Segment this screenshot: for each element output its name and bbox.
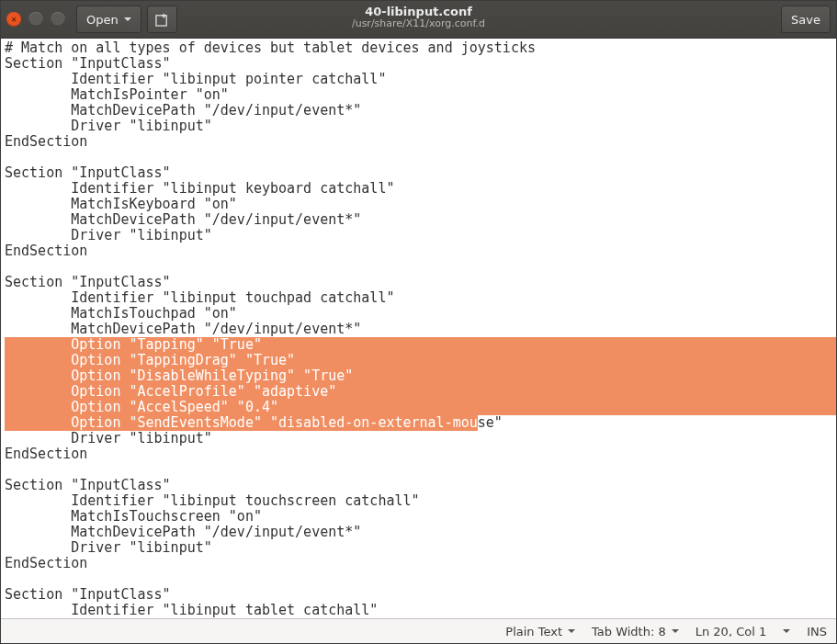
editor-line: Section "InputClass" — [5, 587, 836, 603]
editor-line: Section "InputClass" — [5, 275, 836, 290]
editor-line — [5, 150, 836, 165]
editor-line: Driver "libinput" — [5, 228, 836, 243]
editor-line: EndSection — [5, 134, 836, 150]
editor-line: MatchDevicePath "/dev/input/event*" — [5, 322, 836, 337]
editor-line: Section "InputClass" — [5, 478, 836, 493]
editor-line: EndSection — [5, 446, 836, 462]
editor-line: Identifier "libinput tablet catchall" — [5, 603, 836, 618]
language-label: Plain Text — [505, 625, 562, 638]
editor-line: MatchDevicePath "/dev/input/event*" — [5, 212, 836, 228]
editor-line: Option "Tapping" "True" — [5, 337, 836, 353]
chevron-down-icon — [124, 17, 131, 21]
editor-line: Identifier "libinput keyboard catchall" — [5, 181, 836, 197]
maximize-icon[interactable] — [51, 12, 65, 27]
window-controls — [6, 12, 65, 27]
editor-line: Driver "libinput" — [5, 119, 836, 134]
editor-line: MatchIsTouchpad "on" — [5, 306, 836, 322]
insert-mode-label: INS — [807, 625, 827, 638]
editor-line — [5, 462, 836, 478]
editor-line: MatchDevicePath "/dev/input/event*" — [5, 525, 836, 540]
editor-line — [5, 571, 836, 587]
line-menu[interactable] — [783, 629, 790, 633]
chevron-down-icon — [672, 629, 679, 633]
editor-line: EndSection — [5, 243, 836, 259]
tab-width-selector[interactable]: Tab Width: 8 — [592, 625, 679, 638]
editor-line: Driver "libinput" — [5, 431, 836, 446]
new-tab-button[interactable] — [147, 6, 177, 33]
text-editor[interactable]: # Match on all types of devices but tabl… — [1, 39, 836, 618]
editor-line: MatchDevicePath "/dev/input/event*" — [5, 103, 836, 119]
cursor-position-label: Ln 20, Col 1 — [696, 625, 766, 638]
language-selector[interactable]: Plain Text — [505, 625, 575, 638]
open-button[interactable]: Open — [76, 6, 141, 33]
editor-line: EndSection — [5, 556, 836, 571]
tab-width-label: Tab Width: 8 — [592, 625, 666, 638]
minimize-icon[interactable] — [28, 12, 43, 27]
editor-line: Identifier "libinput pointer catchall" — [5, 72, 836, 87]
cursor-position: Ln 20, Col 1 — [696, 625, 766, 638]
open-button-label: Open — [86, 13, 119, 27]
new-tab-icon — [155, 13, 169, 27]
statusbar: Plain Text Tab Width: 8 Ln 20, Col 1 INS — [1, 618, 836, 643]
chevron-down-icon — [568, 629, 575, 633]
editor-line: Identifier "libinput touchpad catchall" — [5, 290, 836, 306]
editor-line: Section "InputClass" — [5, 56, 836, 72]
editor-line: Option "TappingDrag" "True" — [5, 353, 836, 368]
chevron-down-icon — [783, 629, 790, 633]
editor-line: MatchIsPointer "on" — [5, 87, 836, 103]
editor-line: Option "AccelProfile" "adaptive" — [5, 384, 836, 400]
svg-rect-0 — [156, 15, 166, 25]
editor-window: Open 40-libinput.conf /usr/share/X11/xor… — [0, 0, 837, 644]
editor-line: Option "AccelSpeed" "0.4" — [5, 400, 836, 415]
editor-line: MatchIsKeyboard "on" — [5, 197, 836, 212]
insert-mode[interactable]: INS — [807, 625, 827, 638]
close-icon[interactable] — [6, 12, 21, 27]
editor-line: Identifier "libinput touchscreen catchal… — [5, 493, 836, 509]
editor-line — [5, 259, 836, 275]
editor-line: Option "DisableWhileTyping" "True" — [5, 368, 836, 384]
editor-line: Driver "libinput" — [5, 540, 836, 556]
save-button-label: Save — [791, 13, 820, 27]
editor-line: Option "SendEventsMode" "disabled-on-ext… — [5, 415, 836, 431]
editor-line: # Match on all types of devices but tabl… — [5, 40, 836, 56]
save-button[interactable]: Save — [781, 6, 831, 33]
headerbar: Open 40-libinput.conf /usr/share/X11/xor… — [1, 1, 836, 39]
editor-line: MatchIsTouchscreen "on" — [5, 509, 836, 525]
editor-line: Section "InputClass" — [5, 165, 836, 181]
